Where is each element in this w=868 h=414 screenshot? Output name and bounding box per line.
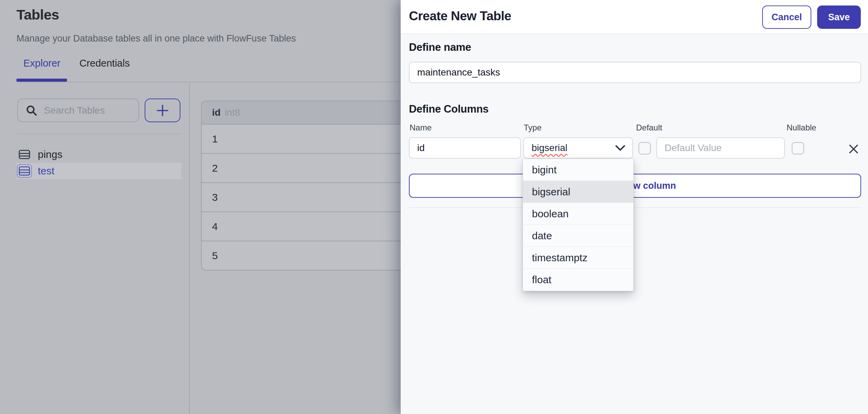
table-list-item-label: test: [38, 165, 54, 177]
page-subtitle: Manage your Database tables all in one p…: [16, 33, 296, 44]
cell-id: 5: [212, 250, 218, 262]
column-name: id: [212, 107, 221, 118]
table-list-item-label: pings: [38, 149, 63, 160]
column-type: int8: [225, 107, 240, 118]
type-dropdown-menu: bigint bigserial boolean date timestampt…: [523, 159, 634, 291]
table-list-item-pings[interactable]: pings: [16, 146, 181, 163]
table-icon: [19, 149, 30, 160]
search-tables-box[interactable]: [17, 99, 139, 122]
app: Tables Manage your Database tables all i…: [0, 0, 868, 414]
type-option-timestamptz[interactable]: timestamptz: [523, 247, 633, 269]
add-column-button[interactable]: Add a new column: [409, 174, 861, 198]
chevron-down-icon: [615, 145, 625, 151]
remove-column-icon[interactable]: [847, 143, 860, 155]
nullable-field-label: Nullable: [787, 123, 816, 133]
type-option-bigserial[interactable]: bigserial: [523, 181, 633, 203]
type-option-boolean[interactable]: boolean: [523, 203, 633, 225]
create-table-drawer: Create New Table Cancel Save Define name…: [401, 0, 868, 414]
type-field-label: Type: [524, 123, 542, 133]
table-name-input[interactable]: [409, 62, 861, 83]
drawer-header: Create New Table Cancel Save: [401, 0, 868, 34]
type-option-float[interactable]: float: [523, 269, 633, 291]
column-type-select[interactable]: bigserial: [523, 137, 633, 159]
sidebar-right-border: [189, 82, 190, 414]
search-input[interactable]: [44, 105, 134, 116]
sidebar-divider: [17, 134, 182, 134]
cell-id: 2: [212, 162, 218, 174]
tab-explorer[interactable]: Explorer: [23, 58, 60, 69]
plus-icon: [155, 103, 170, 118]
add-table-button[interactable]: [145, 99, 180, 122]
cell-id: 4: [212, 221, 218, 232]
define-columns-heading: Define Columns: [409, 103, 489, 115]
table-icon: [19, 166, 30, 176]
column-name-input[interactable]: [409, 137, 521, 159]
default-field-label: Default: [636, 123, 662, 133]
type-option-date[interactable]: date: [523, 225, 633, 247]
default-checkbox[interactable]: [638, 142, 651, 154]
save-button[interactable]: Save: [817, 5, 861, 29]
nullable-checkbox[interactable]: [792, 142, 804, 154]
default-value-input[interactable]: [656, 137, 785, 159]
tab-credentials[interactable]: Credentials: [79, 58, 130, 69]
drawer-title: Create New Table: [409, 9, 511, 23]
tab-bar-divider: [16, 82, 401, 82]
page-title: Tables: [16, 7, 59, 23]
active-tab-indicator: [16, 79, 67, 82]
cell-id: 1: [212, 133, 218, 145]
columns-section-divider: [409, 207, 861, 208]
cell-id: 3: [212, 192, 218, 203]
cancel-button[interactable]: Cancel: [762, 5, 811, 29]
selected-type-value: bigserial: [532, 142, 567, 153]
define-name-heading: Define name: [409, 41, 471, 54]
table-list-item-test[interactable]: test: [16, 163, 181, 179]
type-option-bigint[interactable]: bigint: [523, 159, 633, 181]
search-icon: [25, 104, 38, 117]
name-field-label: Name: [410, 123, 432, 133]
